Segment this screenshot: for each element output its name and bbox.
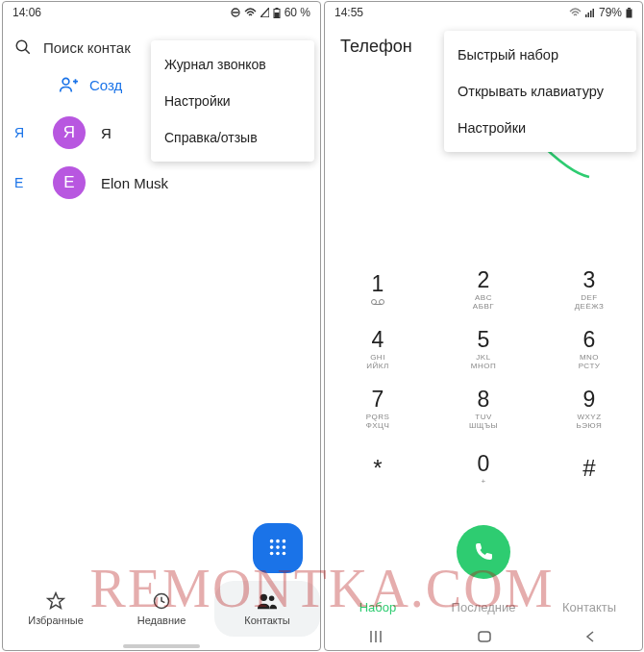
wifi-icon (244, 8, 257, 17)
key-7[interactable]: 7PQRS ФХЦЧ (325, 379, 431, 439)
clock-icon (152, 591, 171, 611)
status-time: 14:55 (334, 6, 363, 19)
svg-point-11 (276, 539, 280, 543)
people-icon (257, 591, 278, 611)
bottom-nav: Набор Последние Контакты (325, 592, 642, 621)
star-icon (46, 591, 65, 611)
svg-point-21 (269, 596, 275, 602)
key-star[interactable]: * (325, 439, 431, 498)
svg-rect-25 (592, 9, 594, 17)
battery-icon (273, 8, 281, 18)
svg-rect-23 (587, 13, 589, 17)
svg-rect-26 (627, 9, 632, 17)
tab-contacts[interactable]: Контакты (214, 581, 320, 637)
phone-right-screenshot: 14:55 79% Телефон Быстрый набор Открыват… (324, 1, 643, 651)
wifi-icon (569, 8, 582, 17)
signal-icon (585, 8, 595, 17)
svg-point-13 (270, 545, 274, 549)
key-hash[interactable]: # (536, 439, 642, 498)
section-letter: Я (14, 125, 32, 140)
status-bar: 14:55 79% (325, 2, 642, 23)
svg-rect-34 (479, 632, 490, 641)
overflow-menu-left: Журнал звонков Настройки Справка/отзыв (151, 40, 314, 162)
add-person-icon (59, 75, 78, 94)
svg-point-7 (62, 78, 69, 85)
status-icons: 60 % (231, 6, 310, 19)
dialpad-fab[interactable] (253, 523, 303, 573)
key-1[interactable]: 1 (325, 260, 431, 319)
tab-recent[interactable]: Недавние (109, 581, 214, 637)
status-bar: 14:06 60 % (3, 2, 320, 23)
dnd-icon (231, 8, 240, 17)
back-icon[interactable] (583, 630, 597, 643)
menu-item-call-log[interactable]: Журнал звонков (151, 46, 314, 83)
svg-rect-24 (590, 11, 592, 17)
recents-icon[interactable] (370, 630, 385, 643)
key-3[interactable]: 3DEF ДЕЁЖЗ (536, 260, 642, 319)
bottom-nav: Избранные Недавние Контакты (3, 581, 320, 637)
battery-icon (626, 8, 632, 18)
svg-rect-4 (274, 13, 279, 17)
status-icons: 79% (569, 6, 632, 19)
dialpad-icon (267, 538, 288, 559)
status-time: 14:06 (12, 6, 41, 19)
contact-name: Elon Musk (101, 175, 168, 191)
tab-dial[interactable]: Набор (325, 600, 431, 614)
menu-item-settings[interactable]: Настройки (151, 83, 314, 119)
svg-point-20 (260, 594, 267, 601)
key-0[interactable]: 0+ (431, 439, 536, 498)
svg-point-5 (16, 40, 27, 51)
android-nav-bar (325, 626, 642, 647)
svg-line-6 (25, 49, 30, 54)
svg-rect-27 (628, 8, 631, 10)
svg-point-28 (372, 299, 377, 304)
menu-item-speed-dial[interactable]: Быстрый набор (444, 37, 636, 73)
menu-item-open-keyboard[interactable]: Открывать клавиатуру (444, 73, 636, 110)
phone-left-screenshot: 14:06 60 % Поиск контак Созд Я Я Я E E (2, 1, 321, 651)
svg-point-16 (270, 552, 274, 556)
contact-row[interactable]: E E Elon Musk (3, 158, 320, 208)
key-2[interactable]: 2ABC АБВГ (431, 260, 536, 319)
avatar: Я (53, 116, 86, 149)
call-button[interactable] (457, 525, 510, 579)
svg-point-14 (276, 545, 280, 549)
create-label: Созд (89, 77, 122, 93)
dialpad: 1 2ABC АБВГ 3DEF ДЕЁЖЗ 4GHI ИЙКЛ 5JKL МН… (325, 260, 642, 498)
nav-handle (123, 644, 200, 648)
battery-percent: 79% (599, 6, 622, 19)
svg-point-10 (270, 539, 274, 543)
section-letter: E (14, 175, 32, 190)
menu-item-help[interactable]: Справка/отзыв (151, 119, 314, 156)
avatar: E (53, 166, 86, 199)
svg-point-17 (276, 552, 280, 556)
key-4[interactable]: 4GHI ИЙКЛ (325, 319, 431, 379)
key-5[interactable]: 5JKL МНОП (431, 319, 536, 379)
contact-name: Я (101, 125, 111, 141)
voicemail-icon (371, 298, 384, 309)
tab-recent[interactable]: Последние (431, 600, 536, 614)
key-9[interactable]: 9WXYZ ЬЭЮЯ (536, 379, 642, 439)
signal-icon (260, 8, 269, 17)
search-placeholder: Поиск контак (43, 39, 131, 56)
svg-point-18 (283, 552, 286, 556)
overflow-menu-right: Быстрый набор Открывать клавиатуру Настр… (444, 31, 636, 152)
svg-point-15 (283, 545, 286, 549)
menu-item-settings[interactable]: Настройки (444, 110, 636, 146)
search-icon (14, 38, 32, 56)
svg-rect-3 (275, 8, 278, 10)
svg-rect-22 (585, 14, 587, 17)
home-icon[interactable] (477, 630, 492, 643)
tab-contacts[interactable]: Контакты (536, 600, 642, 614)
svg-point-29 (380, 299, 384, 304)
svg-point-12 (283, 539, 286, 543)
key-6[interactable]: 6MNO РСТУ (536, 319, 642, 379)
key-8[interactable]: 8TUV ШЩЪЫ (431, 379, 536, 439)
battery-percent: 60 % (285, 6, 310, 19)
tab-favorites[interactable]: Избранные (3, 581, 109, 637)
phone-icon (472, 540, 495, 564)
